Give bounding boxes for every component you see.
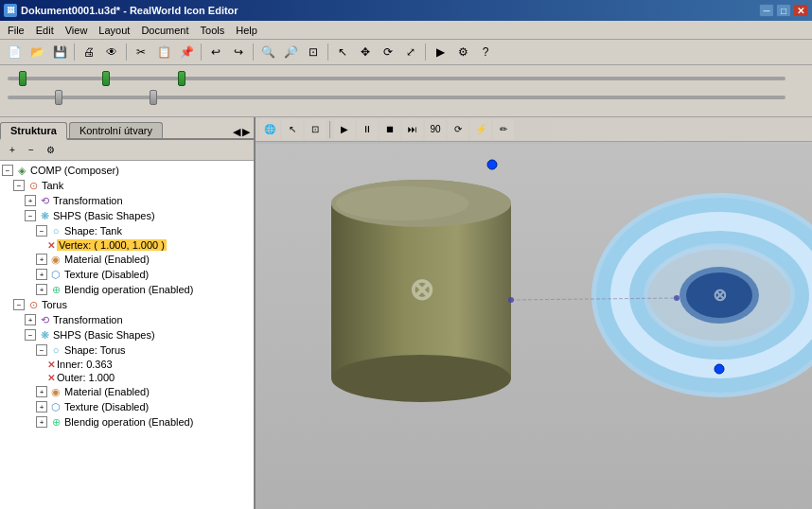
expand-texture-2[interactable]: + bbox=[36, 401, 47, 412]
fit-button[interactable]: ⊡ bbox=[303, 42, 324, 62]
tree-item-material-1[interactable]: + ◉ Material (Enabled) bbox=[2, 252, 252, 267]
close-button[interactable]: ✕ bbox=[793, 4, 808, 17]
expand-shps-1[interactable]: − bbox=[25, 210, 36, 221]
tree-item-inner[interactable]: ✕ Inner: 0.363 bbox=[2, 358, 252, 371]
svg-point-13 bbox=[508, 297, 514, 303]
expand-shape-tank[interactable]: − bbox=[36, 225, 47, 237]
render-button[interactable]: ▶ bbox=[430, 42, 450, 62]
zoom-out-button[interactable]: 🔎 bbox=[280, 42, 301, 62]
expand-blend-1[interactable]: + bbox=[36, 284, 47, 295]
outer-label: Outer: 1.000 bbox=[57, 372, 115, 383]
save-button[interactable]: 💾 bbox=[49, 42, 70, 62]
expand-material-2[interactable]: + bbox=[36, 386, 47, 397]
expand-blend-2[interactable]: + bbox=[36, 416, 47, 428]
expand-torus[interactable]: − bbox=[13, 299, 25, 310]
tree-item-tank[interactable]: − ⊙ Tank bbox=[2, 178, 252, 193]
vp-btn-6[interactable]: ⏹ bbox=[380, 119, 400, 140]
tree-item-shape-tank[interactable]: − ○ Shape: Tank bbox=[2, 223, 252, 238]
menu-file[interactable]: File bbox=[2, 23, 30, 38]
help-btn[interactable]: ? bbox=[475, 42, 496, 62]
tree-item-transform-1[interactable]: + ⟲ Transformation bbox=[2, 193, 252, 208]
menu-edit[interactable]: Edit bbox=[30, 23, 60, 38]
tab-kontrolni[interactable]: Kontrolní útvary bbox=[69, 122, 163, 138]
toolbar-row-1: 📄 📂 💾 🖨 👁 ✂ 📋 📌 ↩ ↪ 🔍 🔎 ⊡ ↖ ✥ ⟳ ⤢ ▶ ⚙ ? bbox=[0, 40, 812, 64]
slider-thumb-3[interactable] bbox=[178, 71, 185, 86]
shape-torus-icon: ○ bbox=[49, 343, 62, 357]
tree-item-vertex[interactable]: ✕ Vertex: ( 1.000, 1.000 ) bbox=[2, 238, 252, 252]
tree-item-blend-1[interactable]: + ⊕ Blendig operation (Enabled) bbox=[2, 282, 252, 297]
menu-view[interactable]: View bbox=[60, 23, 94, 38]
paste-button[interactable]: 📌 bbox=[176, 42, 197, 62]
vertex-x-mark: ✕ bbox=[47, 240, 55, 251]
menu-tools[interactable]: Tools bbox=[195, 23, 231, 38]
expand-transform-2[interactable]: + bbox=[25, 314, 36, 325]
settings-button[interactable]: ⚙ bbox=[452, 42, 473, 62]
expand-material-1[interactable]: + bbox=[36, 254, 47, 265]
tree-item-shape-torus[interactable]: − ○ Shape: Torus bbox=[2, 342, 252, 358]
viewport-toolbar: 🌐 ↖ ⊡ ▶ ⏸ ⏹ ⏭ 90 ⟳ ⚡ ✏ bbox=[256, 117, 812, 142]
tree-item-shps-2[interactable]: − ❋ SHPS (Basic Shapes) bbox=[2, 327, 252, 342]
expand-comp[interactable]: − bbox=[2, 165, 13, 176]
menu-layout[interactable]: Layout bbox=[93, 23, 135, 38]
expand-transform-1[interactable]: + bbox=[25, 195, 36, 206]
tree-settings-button[interactable]: ⚙ bbox=[42, 142, 59, 159]
tree-item-blend-2[interactable]: + ⊕ Blendig operation (Enabled) bbox=[2, 414, 252, 430]
tree-item-material-2[interactable]: + ◉ Material (Enabled) bbox=[2, 384, 252, 399]
expand-shps-2[interactable]: − bbox=[25, 329, 36, 341]
expand-texture-1[interactable]: + bbox=[36, 269, 47, 280]
print-button[interactable]: 🖨 bbox=[79, 42, 99, 62]
preview-button[interactable]: 👁 bbox=[101, 42, 122, 62]
slider-thumb-gray-2[interactable] bbox=[150, 90, 157, 105]
viewport[interactable]: 🌐 ↖ ⊡ ▶ ⏸ ⏹ ⏭ 90 ⟳ ⚡ ✏ bbox=[256, 117, 812, 509]
vp-btn-9[interactable]: ⟳ bbox=[448, 119, 468, 140]
slider-track-2 bbox=[8, 96, 786, 99]
menu-document[interactable]: Document bbox=[135, 23, 194, 38]
open-button[interactable]: 📂 bbox=[26, 42, 47, 62]
tab-prev-icon[interactable]: ◀ bbox=[233, 126, 240, 138]
tree-item-transform-2[interactable]: + ⟲ Transformation bbox=[2, 312, 252, 327]
tree-item-texture-1[interactable]: + ⬡ Texture (Disabled) bbox=[2, 267, 252, 282]
vp-btn-11[interactable]: ✏ bbox=[493, 119, 514, 140]
tree-item-outer[interactable]: ✕ Outer: 1.000 bbox=[2, 371, 252, 384]
transform-2-icon: ⟲ bbox=[38, 313, 51, 326]
tree-view[interactable]: − ◈ COMP (Composer) − ⊙ Tank + ⟲ Transfo… bbox=[0, 161, 254, 509]
expand-shape-torus[interactable]: − bbox=[36, 344, 47, 356]
material-2-icon: ◉ bbox=[49, 385, 62, 398]
slider-thumb-2[interactable] bbox=[102, 71, 110, 86]
cut-button[interactable]: ✂ bbox=[131, 42, 151, 62]
undo-button[interactable]: ↩ bbox=[205, 42, 226, 62]
copy-button[interactable]: 📋 bbox=[153, 42, 174, 62]
tab-next-icon[interactable]: ▶ bbox=[242, 126, 250, 138]
vp-btn-3[interactable]: ⊡ bbox=[305, 119, 326, 140]
vp-btn-7[interactable]: ⏭ bbox=[402, 119, 423, 140]
tree-remove-button[interactable]: − bbox=[23, 142, 40, 159]
vp-btn-4[interactable]: ▶ bbox=[334, 119, 355, 140]
vp-btn-8[interactable]: 90 bbox=[425, 119, 446, 140]
maximize-button[interactable]: □ bbox=[776, 4, 791, 17]
tank-icon: ⊙ bbox=[26, 179, 40, 192]
redo-button[interactable]: ↪ bbox=[228, 42, 249, 62]
menu-help[interactable]: Help bbox=[230, 23, 263, 38]
vp-btn-1[interactable]: 🌐 bbox=[259, 119, 280, 140]
tree-item-comp[interactable]: − ◈ COMP (Composer) bbox=[2, 163, 252, 178]
tree-item-torus[interactable]: − ⊙ Torus bbox=[2, 297, 252, 312]
move-button[interactable]: ✥ bbox=[355, 42, 376, 62]
new-button[interactable]: 📄 bbox=[4, 42, 25, 62]
tree-item-shps-1[interactable]: − ❋ SHPS (Basic Shapes) bbox=[2, 208, 252, 223]
sep2 bbox=[126, 44, 127, 61]
minimize-button[interactable]: ─ bbox=[759, 4, 774, 17]
slider-thumb-1[interactable] bbox=[19, 71, 26, 86]
tree-add-button[interactable]: + bbox=[4, 142, 21, 159]
tree-item-texture-2[interactable]: + ⬡ Texture (Disabled) bbox=[2, 399, 252, 414]
tree-toolbar: + − ⚙ bbox=[0, 140, 254, 161]
slider-thumb-gray-1[interactable] bbox=[55, 90, 62, 105]
rotate-button[interactable]: ⟳ bbox=[378, 42, 398, 62]
scale-button[interactable]: ⤢ bbox=[400, 42, 421, 62]
vp-btn-2[interactable]: ↖ bbox=[282, 119, 303, 140]
vp-btn-5[interactable]: ⏸ bbox=[357, 119, 378, 140]
select-button[interactable]: ↖ bbox=[332, 42, 353, 62]
tab-struktura[interactable]: Struktura bbox=[0, 122, 67, 140]
zoom-in-button[interactable]: 🔍 bbox=[257, 42, 278, 62]
expand-tank[interactable]: − bbox=[13, 180, 25, 191]
vp-btn-10[interactable]: ⚡ bbox=[470, 119, 491, 140]
